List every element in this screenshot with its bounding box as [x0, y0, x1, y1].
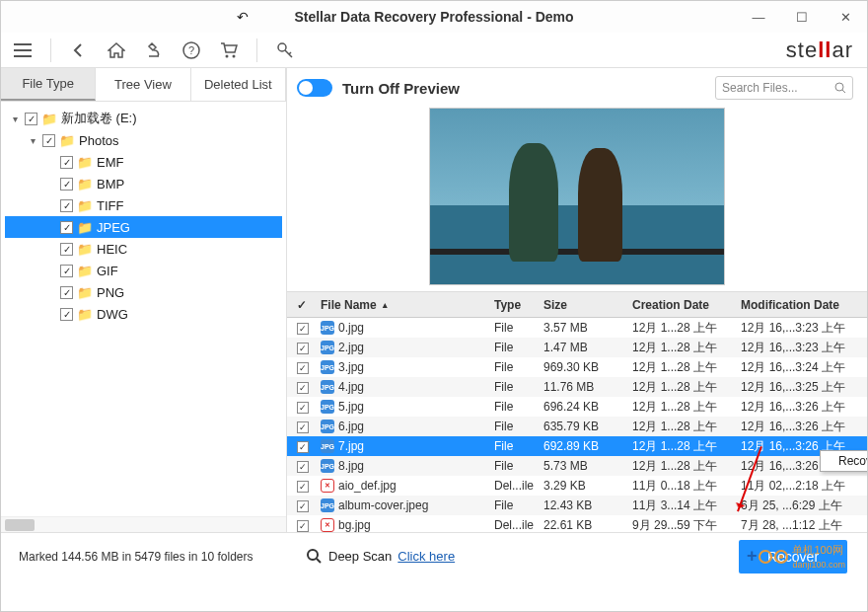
- sort-caret-icon: ▴: [383, 300, 388, 310]
- status-marked: Marked 144.56 MB in 5479 files in 10 fol…: [19, 550, 253, 564]
- select-all-checkbox[interactable]: ✓: [297, 298, 307, 312]
- maximize-button[interactable]: ☐: [780, 1, 824, 33]
- table-row[interactable]: ✓ JPGalbum-cover.jpeg File 12.43 KB 11月 …: [287, 496, 867, 515]
- tree-item-label: EMF: [97, 155, 123, 170]
- table-row[interactable]: ✓ JPG2.jpg File 1.47 MB 12月 1...28 上午 12…: [287, 338, 867, 357]
- file-type: File: [494, 400, 543, 414]
- folder-icon: 📁: [77, 177, 93, 191]
- folder-tree[interactable]: ▾✓📁新加载卷 (E:)▾✓📁Photos✓📁EMF✓📁BMP✓📁TIFF✓📁J…: [1, 102, 286, 516]
- file-modified: 7月 28, ...1:12 上午: [741, 517, 867, 533]
- file-table: ✓ File Name▴ Type Size Creation Date Mod…: [287, 291, 867, 532]
- row-checkbox[interactable]: ✓: [297, 481, 309, 493]
- statusbar: Marked 144.56 MB in 5479 files in 10 fol…: [1, 532, 867, 579]
- minimize-button[interactable]: —: [737, 1, 780, 33]
- table-row[interactable]: ✓ JPG3.jpg File 969.30 KB 12月 1...28 上午 …: [287, 357, 867, 377]
- context-menu-recover[interactable]: Recover...: [838, 454, 867, 468]
- close-button[interactable]: ✕: [824, 1, 867, 33]
- file-size: 12.43 KB: [543, 498, 632, 512]
- search-input[interactable]: Search Files...: [715, 76, 853, 100]
- menu-icon[interactable]: [13, 40, 33, 60]
- tree-item[interactable]: ✓📁BMP: [5, 173, 282, 194]
- row-checkbox[interactable]: ✓: [297, 421, 309, 433]
- home-icon[interactable]: [107, 40, 126, 60]
- deepscan: Deep Scan Click here: [307, 549, 455, 565]
- file-name: 4.jpg: [338, 380, 364, 394]
- cart-icon[interactable]: [219, 40, 239, 60]
- file-icon: JPG: [321, 439, 334, 453]
- header-size[interactable]: Size: [543, 298, 632, 312]
- horizontal-scrollbar[interactable]: [1, 516, 286, 532]
- row-checkbox[interactable]: ✓: [297, 362, 309, 374]
- table-row[interactable]: ✓ JPG5.jpg File 696.24 KB 12月 1...28 上午 …: [287, 397, 867, 417]
- tree-caret-icon[interactable]: ▾: [9, 114, 21, 124]
- undo-icon[interactable]: ↶: [237, 9, 249, 25]
- file-created: 12月 1...28 上午: [632, 359, 741, 376]
- table-row[interactable]: ✓ JPG0.jpg File 3.57 MB 12月 1...28 上午 12…: [287, 318, 867, 338]
- file-created: 12月 1...28 上午: [632, 379, 741, 396]
- tree-checkbox[interactable]: ✓: [42, 134, 55, 147]
- preview-toggle[interactable]: [297, 79, 332, 97]
- table-row[interactable]: ✓ ✕bg.jpg Del...ile 22.61 KB 9月 29...59 …: [287, 515, 867, 532]
- header-name[interactable]: File Name▴: [317, 298, 494, 312]
- tree-item[interactable]: ✓📁EMF: [5, 151, 282, 173]
- file-modified: 12月 16,...3:23 上午: [741, 340, 867, 356]
- tree-item[interactable]: ▾✓📁新加载卷 (E:): [5, 108, 282, 129]
- tab-tree-view[interactable]: Tree View: [96, 68, 190, 101]
- row-checkbox[interactable]: ✓: [297, 520, 309, 532]
- file-type: File: [494, 420, 543, 433]
- tree-item[interactable]: ✓📁GIF: [5, 260, 282, 281]
- tree-item[interactable]: ✓📁PNG: [5, 281, 282, 303]
- tree-item[interactable]: ✓📁TIFF: [5, 194, 282, 216]
- header-type[interactable]: Type: [494, 298, 543, 312]
- file-name: 0.jpg: [338, 321, 364, 335]
- tree-checkbox[interactable]: ✓: [60, 243, 73, 256]
- tree-item-label: GIF: [97, 264, 118, 278]
- tree-checkbox[interactable]: ✓: [60, 221, 73, 234]
- header-modified[interactable]: Modification Date: [741, 298, 867, 312]
- left-panel: File Type Tree View Deleted List ▾✓📁新加载卷…: [1, 68, 287, 532]
- tree-item[interactable]: ▾✓📁Photos: [5, 129, 282, 151]
- table-row[interactable]: ✓ ✕aio_def.jpg Del...ile 3.29 KB 11月 0..…: [287, 476, 867, 496]
- help-icon[interactable]: ?: [181, 40, 201, 60]
- tree-checkbox[interactable]: ✓: [60, 265, 73, 277]
- table-row[interactable]: ✓ JPG4.jpg File 11.76 MB 12月 1...28 上午 1…: [287, 377, 867, 397]
- key-icon[interactable]: [275, 40, 295, 60]
- row-checkbox[interactable]: ✓: [297, 402, 309, 414]
- row-checkbox[interactable]: ✓: [297, 500, 309, 512]
- tab-file-type[interactable]: File Type: [1, 68, 96, 101]
- file-created: 12月 1...28 上午: [632, 320, 741, 337]
- row-checkbox[interactable]: ✓: [297, 461, 309, 473]
- file-name: album-cover.jpeg: [338, 498, 428, 512]
- tree-checkbox[interactable]: ✓: [60, 199, 73, 212]
- tree-checkbox[interactable]: ✓: [60, 156, 73, 169]
- toolbar: ? stellar: [1, 33, 867, 68]
- folder-icon: 📁: [77, 242, 93, 257]
- tree-item[interactable]: ✓📁JPEG: [5, 216, 282, 238]
- header-created[interactable]: Creation Date: [632, 298, 741, 312]
- tree-checkbox[interactable]: ✓: [25, 113, 37, 125]
- deepscan-link[interactable]: Click here: [398, 549, 455, 564]
- tab-deleted-list[interactable]: Deleted List: [191, 68, 286, 101]
- file-modified: 12月 16,...3:24 上午: [741, 359, 867, 376]
- tree-caret-icon[interactable]: ▾: [27, 135, 38, 146]
- tree-checkbox[interactable]: ✓: [60, 178, 73, 191]
- table-row[interactable]: ✓ JPG8.jpg File 5.73 MB 12月 1...28 上午 12…: [287, 456, 867, 476]
- row-checkbox[interactable]: ✓: [297, 441, 309, 453]
- tree-item[interactable]: ✓📁HEIC: [5, 238, 282, 260]
- preview-image: [429, 108, 725, 285]
- magnifier-icon: [307, 549, 323, 565]
- table-row[interactable]: ✓ JPG7.jpg File 692.89 KB 12月 1...28 上午 …: [287, 436, 867, 456]
- row-checkbox[interactable]: ✓: [297, 382, 309, 394]
- back-icon[interactable]: [69, 40, 89, 60]
- folder-icon: 📁: [77, 198, 93, 213]
- file-name: 5.jpg: [338, 400, 364, 414]
- file-type: File: [494, 439, 543, 453]
- table-row[interactable]: ✓ JPG6.jpg File 635.79 KB 12月 1...28 上午 …: [287, 417, 867, 436]
- row-checkbox[interactable]: ✓: [297, 343, 309, 354]
- tree-checkbox[interactable]: ✓: [60, 286, 73, 299]
- tree-checkbox[interactable]: ✓: [60, 308, 73, 321]
- tree-item[interactable]: ✓📁DWG: [5, 303, 282, 325]
- row-checkbox[interactable]: ✓: [297, 323, 309, 335]
- microscope-icon[interactable]: [144, 40, 164, 60]
- file-created: 12月 1...28 上午: [632, 340, 741, 356]
